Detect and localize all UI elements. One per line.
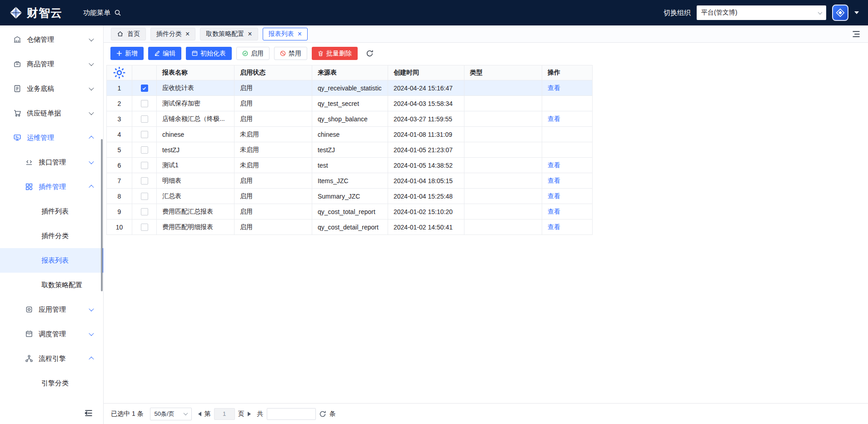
- plus-button[interactable]: 新增: [110, 47, 144, 60]
- close-tab-icon[interactable]: ×: [185, 30, 190, 38]
- trash-button[interactable]: 批量删除: [312, 47, 358, 60]
- view-link[interactable]: 查看: [548, 208, 560, 215]
- org-select[interactable]: 平台(管文博): [697, 5, 826, 20]
- row-checkbox[interactable]: [141, 162, 148, 169]
- tab-item-0[interactable]: 首页: [111, 28, 146, 40]
- tab-list-icon[interactable]: [852, 30, 861, 39]
- sidebar-item-2[interactable]: 业务底稿: [0, 76, 103, 101]
- ban-button[interactable]: 禁用: [274, 47, 307, 60]
- sidebar-scrollbar[interactable]: [101, 139, 103, 291]
- chevron-down-icon: [89, 110, 94, 115]
- enable-status: 启用: [234, 189, 312, 204]
- sidebar-item-12[interactable]: 调度管理: [0, 322, 103, 346]
- created-time: 2024-01-08 11:31:09: [388, 127, 464, 142]
- page-number-input[interactable]: [214, 408, 235, 420]
- total-count-input[interactable]: [267, 408, 316, 420]
- view-link[interactable]: 查看: [548, 161, 560, 169]
- row-checkbox-cell: [132, 189, 157, 204]
- chevron-down-icon: [89, 36, 94, 41]
- report-type: [464, 158, 542, 173]
- source-table: qy_receivable_statistic: [312, 80, 388, 96]
- sidebar-item-label: 运维管理: [27, 134, 54, 142]
- enable-status: 启用: [234, 219, 312, 235]
- collapse-sidebar-icon[interactable]: [84, 409, 93, 418]
- close-tab-icon[interactable]: ×: [298, 30, 302, 38]
- created-time: 2024-01-02 14:50:41: [388, 219, 464, 235]
- sidebar-item-3[interactable]: 供应链单据: [0, 101, 103, 125]
- sidebar-item-9[interactable]: 报表列表: [0, 248, 103, 273]
- row-index: 3: [107, 111, 132, 127]
- next-page-button[interactable]: [248, 412, 251, 416]
- row-checkbox-cell: [132, 80, 157, 96]
- loading-icon[interactable]: [319, 410, 326, 418]
- flow-icon: [25, 354, 33, 363]
- row-checkbox[interactable]: [141, 100, 148, 107]
- sidebar-item-0[interactable]: 仓储管理: [0, 27, 103, 52]
- chevron-up-icon: [89, 136, 94, 141]
- total-label-suffix: 条: [329, 410, 336, 418]
- source-table: qy_test_secret: [312, 96, 388, 111]
- sidebar-item-6[interactable]: 插件管理: [0, 175, 103, 199]
- view-link[interactable]: 查看: [548, 177, 560, 184]
- view-link[interactable]: 查看: [548, 115, 560, 122]
- sidebar-item-11[interactable]: 应用管理: [0, 297, 103, 322]
- row-index: 4: [107, 127, 132, 142]
- row-index: 10: [107, 219, 132, 235]
- sidebar-item-label: 应用管理: [39, 305, 66, 314]
- function-menu[interactable]: 功能菜单: [83, 9, 121, 17]
- sidebar-item-13[interactable]: 流程引擎: [0, 346, 103, 371]
- sidebar-item-7[interactable]: 插件列表: [0, 199, 103, 224]
- page-size-select[interactable]: 50条/页: [150, 408, 192, 420]
- row-checkbox[interactable]: [141, 177, 148, 185]
- row-checkbox[interactable]: [141, 115, 148, 123]
- gear-icon[interactable]: [107, 65, 132, 80]
- page-size-value: 50条/页: [155, 410, 175, 418]
- enable-status: 未启用: [234, 142, 312, 158]
- prev-page-button[interactable]: [198, 412, 201, 416]
- sidebar-item-8[interactable]: 插件分类: [0, 224, 103, 248]
- row-checkbox[interactable]: [141, 208, 148, 215]
- user-menu-caret-icon[interactable]: [854, 11, 859, 14]
- action-cell: 查看: [542, 219, 593, 235]
- chevron-down-icon: [89, 61, 94, 66]
- sidebar-item-label: 插件分类: [41, 232, 69, 240]
- report-name: 测试1: [157, 158, 234, 173]
- row-checkbox[interactable]: [141, 146, 148, 154]
- sidebar-item-5[interactable]: 接口管理: [0, 150, 103, 175]
- report-name: 测试保存加密: [157, 96, 234, 111]
- sidebar-item-14[interactable]: 引擎分类: [0, 371, 103, 395]
- row-checkbox-cell: [132, 158, 157, 173]
- draft-icon: [13, 85, 21, 93]
- report-type: [464, 219, 542, 235]
- report-name: 汇总表: [157, 189, 234, 204]
- button-label: 批量删除: [326, 50, 352, 58]
- action-cell: [542, 96, 593, 111]
- view-link[interactable]: 查看: [548, 192, 560, 200]
- view-link[interactable]: 查看: [548, 223, 560, 230]
- tab-item-2[interactable]: 取数策略配置×: [200, 28, 258, 40]
- action-cell: 查看: [542, 158, 593, 173]
- column-name: 报表名称: [157, 65, 234, 80]
- edit-button[interactable]: 编辑: [148, 47, 181, 60]
- view-link[interactable]: 查看: [548, 84, 560, 91]
- row-checkbox[interactable]: [141, 193, 148, 200]
- brand[interactable]: 财智云: [9, 5, 62, 20]
- search-icon[interactable]: [114, 9, 121, 16]
- tab-label: 取数策略配置: [206, 30, 244, 38]
- sidebar-item-1[interactable]: 商品管理: [0, 52, 103, 76]
- tab-item-3[interactable]: 报表列表×: [263, 28, 308, 40]
- close-tab-icon[interactable]: ×: [248, 30, 252, 38]
- sidebar-item-4[interactable]: 运维管理: [0, 125, 103, 150]
- sidebar-item-10[interactable]: 取数策略配置: [0, 273, 103, 297]
- row-checkbox[interactable]: [141, 85, 148, 92]
- action-cell: [542, 127, 593, 142]
- tab-item-1[interactable]: 插件分类×: [150, 28, 195, 40]
- row-checkbox[interactable]: [141, 131, 148, 138]
- init-button[interactable]: 初始化表: [186, 47, 232, 60]
- user-avatar[interactable]: [832, 5, 848, 21]
- refresh-icon[interactable]: [366, 50, 374, 57]
- row-checkbox[interactable]: [141, 224, 148, 231]
- report-name: 应收统计表: [157, 80, 234, 96]
- check-button[interactable]: 启用: [236, 47, 269, 60]
- created-time: 2024-01-05 21:23:07: [388, 142, 464, 158]
